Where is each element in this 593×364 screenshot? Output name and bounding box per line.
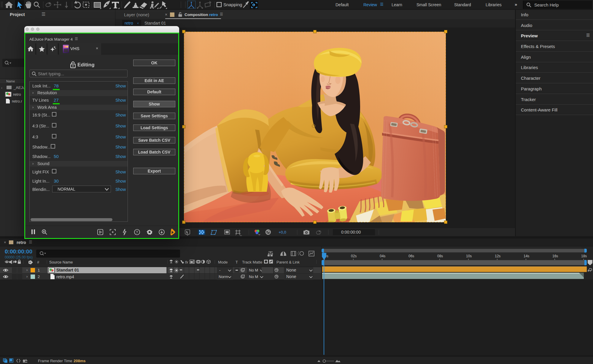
svg-text:None: None	[286, 268, 296, 272]
svg-text:0:00:00:00: 0:00:00:00	[341, 230, 361, 234]
svg-text:#: #	[37, 260, 39, 264]
svg-text:Mode: Mode	[218, 260, 228, 264]
svg-text:fx: fx	[185, 260, 188, 264]
svg-text:Parent & Link: Parent & Link	[276, 260, 300, 264]
svg-text:Track Matte: Track Matte	[242, 260, 262, 264]
svg-text:None: None	[286, 274, 296, 279]
svg-text:-: -	[219, 268, 220, 272]
svg-text:?: ?	[136, 230, 138, 234]
svg-text:Source Name: Source Name	[49, 260, 73, 264]
svg-text:+0,0: +0,0	[279, 230, 286, 234]
svg-text:T: T	[236, 260, 238, 264]
svg-text:No M: No M	[249, 268, 258, 272]
svg-text:Norm: Norm	[219, 274, 228, 279]
svg-text:No M: No M	[249, 274, 258, 279]
